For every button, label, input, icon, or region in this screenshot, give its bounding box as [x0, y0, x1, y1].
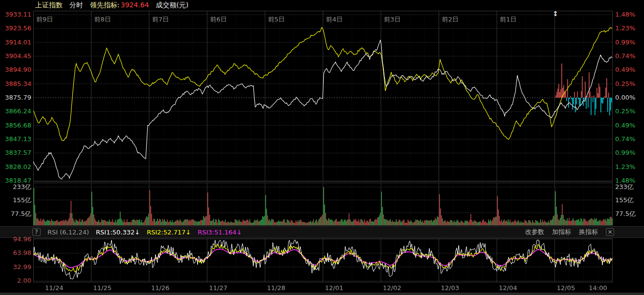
turnover-label: 成交额(元)	[156, 1, 189, 10]
price-axis-label: 3828.02	[1, 163, 31, 171]
date-label: 12/03	[441, 284, 459, 292]
time-label: 14:00	[589, 284, 607, 292]
date-label: 11/26	[151, 284, 169, 292]
percent-axis-label: 1.48%	[615, 11, 635, 19]
percent-axis-label: 0.99%	[615, 39, 635, 46]
price-axis-label: 3904.45	[1, 52, 31, 60]
rsi-axis-label: 94.96	[1, 235, 31, 243]
percent-axis-label: 1.23%	[615, 24, 635, 32]
day-label: 前6日	[210, 15, 227, 24]
volume-canvas[interactable]	[33, 183, 613, 226]
leading-indicator-group: 领先指标: 3924.64	[90, 1, 149, 10]
price-axis-label: 3914.01	[1, 39, 31, 46]
price-axis-label: 3885.34	[1, 80, 31, 88]
price-axis-label: 3894.90	[1, 66, 31, 74]
volume-axis-label: 77.5亿	[615, 210, 636, 218]
day-label: 前8日	[94, 15, 111, 24]
rsi1-value: RSI1:50.332↓	[96, 229, 140, 236]
day-label: 前1日	[500, 15, 516, 24]
rsi-values-group: ? RSI (6,12,24) RSI1:50.332↓ RSI2:52.717…	[32, 228, 242, 236]
volume-axis-label: 233亿	[1, 183, 31, 191]
indicator-buttons-group: 改参数 加指标 换指标 ×	[525, 228, 614, 236]
date-label: 11/24	[45, 284, 63, 292]
rsi3-value: RSI3:51.164↓	[198, 229, 242, 236]
rsi-axis-label: 63.98	[1, 249, 31, 257]
price-axis-label: 3933.11	[1, 11, 31, 19]
volume-axis-label: 77.5亿	[1, 210, 31, 218]
help-icon[interactable]: ?	[32, 228, 41, 236]
percent-axis-label: 0.74%	[615, 135, 635, 143]
index-name: 上证指数	[35, 1, 63, 10]
price-axis-label: 3875.79	[1, 94, 31, 102]
percent-axis-label: 0.25%	[615, 107, 635, 115]
down-arrow-icon: ↓	[134, 229, 140, 236]
date-label: 11/25	[93, 284, 111, 292]
percent-axis-label: 0.99%	[615, 149, 635, 157]
percent-axis-label: 0.00%	[615, 94, 635, 102]
price-axis-label: 3856.68	[1, 122, 31, 129]
percent-axis-label: 0.49%	[615, 122, 635, 129]
day-label: 前9日	[36, 15, 53, 24]
rsi-canvas[interactable]	[33, 238, 613, 282]
percent-axis-label: 0.49%	[615, 66, 635, 74]
day-label: 前2日	[442, 15, 459, 24]
date-label: 11/27	[209, 284, 227, 292]
date-label: 12/04	[499, 284, 517, 292]
price-axis-label: 3837.57	[1, 149, 31, 157]
stock-chart-app: 上证指数 分时 领先指标: 3924.64 成交额(元) ↕ ? RSI (6,…	[0, 0, 644, 295]
leading-indicator-label: 领先指标:	[90, 1, 120, 10]
day-label: 前3日	[384, 15, 400, 24]
rsi-indicator-header: ? RSI (6,12,24) RSI1:50.332↓ RSI2:52.717…	[0, 226, 644, 238]
change-params-button[interactable]: 改参数	[525, 228, 544, 236]
price-axis-label: 3923.56	[1, 24, 31, 32]
price-axis-label: 3847.13	[1, 135, 31, 143]
day-label: 前5日	[268, 15, 285, 24]
volume-axis-label: 155亿	[1, 196, 31, 204]
price-axis-label: 3866.24	[1, 107, 31, 115]
rsi-axis-label: 2.00	[1, 277, 31, 285]
title-bar: 上证指数 分时 领先指标: 3924.64 成交额(元)	[35, 0, 189, 11]
rsi2-value: RSI2:52.717↓	[147, 229, 191, 236]
rsi-axis-label: 32.99	[1, 263, 31, 271]
pane-resize-icon[interactable]: ↕	[553, 10, 558, 18]
date-label: 12/01	[325, 284, 343, 292]
volume-axis-label: 233亿	[615, 183, 634, 191]
date-label: 11/28	[267, 284, 285, 292]
date-label: 12/02	[383, 284, 401, 292]
day-label: 前4日	[326, 15, 343, 24]
date-label: 12/05	[557, 284, 575, 292]
down-arrow-icon: ↓	[185, 229, 191, 236]
main-chart-canvas[interactable]	[33, 11, 613, 182]
percent-axis-label: 1.23%	[615, 163, 635, 171]
day-label: 前7日	[152, 15, 169, 24]
close-icon[interactable]: ×	[606, 228, 614, 236]
percent-axis-label: 0.25%	[615, 80, 635, 88]
add-indicator-button[interactable]: 加指标	[552, 228, 571, 236]
rsi-indicator-label: RSI (6,12,24)	[47, 229, 89, 236]
switch-indicator-button[interactable]: 换指标	[579, 228, 598, 236]
view-mode-label[interactable]: 分时	[69, 1, 83, 10]
percent-axis-label: 0.74%	[615, 52, 635, 60]
down-arrow-icon: ↓	[237, 229, 242, 236]
leading-indicator-value: 3924.64	[121, 1, 149, 10]
volume-axis-label: 155亿	[615, 196, 634, 204]
bottom-scrollbar[interactable]	[0, 293, 644, 295]
